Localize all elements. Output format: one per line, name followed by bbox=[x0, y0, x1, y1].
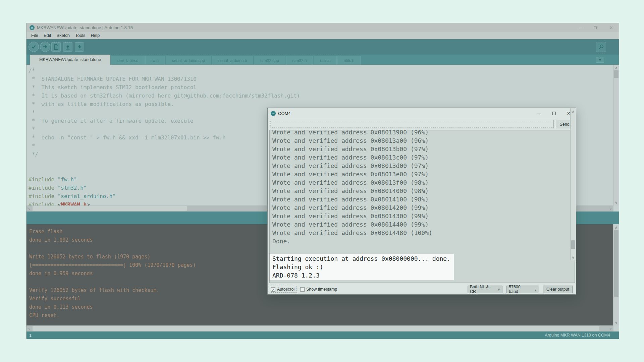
serial-line: Wrote and verified address 0x08014000 (9… bbox=[270, 187, 575, 195]
tab-stm32.cpp[interactable]: stm32.cpp bbox=[254, 56, 285, 65]
console-line: CPU reset. bbox=[29, 311, 613, 320]
serial-window-title: COM4 bbox=[278, 111, 291, 116]
serial-send-row: Send bbox=[268, 119, 576, 130]
serial-line bbox=[270, 245, 575, 254]
tab-utils.h[interactable]: utils.h bbox=[337, 56, 361, 65]
serial-scroll-down-icon[interactable]: ∨ bbox=[571, 255, 576, 260]
board-port-indicator: Arduino MKR WAN 1310 on COM4 bbox=[545, 333, 610, 338]
serial-line: Wrote and verified address 0x08014200 (9… bbox=[270, 203, 575, 212]
scroll-left-icon[interactable]: ‹ bbox=[26, 205, 32, 212]
arrow-right-icon bbox=[42, 44, 48, 50]
serial-line: Wrote and verified address 0x08013e00 (9… bbox=[270, 170, 575, 178]
serial-maximize-button[interactable] bbox=[546, 108, 561, 119]
toolbar bbox=[26, 39, 619, 55]
arrow-up-icon bbox=[65, 44, 71, 50]
console-scroll-left-icon[interactable]: ‹ bbox=[26, 325, 32, 331]
menu-tools[interactable]: Tools bbox=[72, 33, 88, 38]
tab-dev_table.c[interactable]: dev_table.c bbox=[111, 56, 144, 65]
console-hscroll-thumb[interactable] bbox=[33, 326, 599, 331]
line-ending-value: Both NL & CR bbox=[470, 285, 494, 294]
status-bar: 1 Arduino MKR WAN 1310 on COM4 bbox=[26, 331, 619, 339]
document-icon bbox=[54, 44, 59, 50]
console-line: Verify successful bbox=[29, 295, 613, 303]
autoscroll-toggle[interactable]: ✓ Autoscroll bbox=[271, 287, 296, 292]
console-scroll-right-icon[interactable]: › bbox=[608, 325, 613, 331]
verify-button[interactable] bbox=[29, 42, 39, 52]
serial-line: Wrote and verified address 0x08014100 (9… bbox=[270, 195, 575, 203]
editor-vertical-scrollbar[interactable]: ∧ ∨ bbox=[613, 65, 619, 205]
baud-rate-value: 57600 baud bbox=[509, 285, 531, 294]
minimize-button[interactable]: — bbox=[573, 23, 588, 32]
serial-line: Wrote and verified address 0x08013f00 (9… bbox=[270, 178, 575, 187]
console-vertical-scrollbar[interactable]: ∧ ∨ bbox=[613, 224, 619, 325]
baud-rate-select[interactable]: 57600 baud ∨ bbox=[506, 286, 539, 293]
restore-icon bbox=[594, 25, 598, 29]
serial-line: Wrote and verified address 0x08013c00 (9… bbox=[270, 153, 575, 162]
upload-button[interactable] bbox=[40, 42, 50, 52]
menu-edit[interactable]: Edit bbox=[41, 33, 54, 38]
line-ending-select[interactable]: Both NL & CR ∨ bbox=[468, 286, 502, 293]
scroll-down-icon[interactable]: ∨ bbox=[613, 200, 619, 205]
serial-line: Wrote and verified address 0x08014480 (1… bbox=[270, 229, 575, 237]
serial-title-bar: ∞ COM4 — ✕ bbox=[268, 108, 576, 119]
save-button[interactable] bbox=[75, 42, 84, 52]
code-line: * This sketch implements STM32 bootloade… bbox=[29, 83, 613, 92]
serial-output[interactable]: Wrote and verified address 0x08013900 (9… bbox=[269, 130, 575, 283]
menu-file[interactable]: File bbox=[29, 33, 41, 38]
serial-line: Wrote and verified address 0x08013d00 (9… bbox=[270, 162, 575, 170]
magnifier-icon bbox=[598, 44, 604, 50]
open-button[interactable] bbox=[63, 42, 72, 52]
serial-line: Done. bbox=[270, 237, 575, 245]
tab-stm32.h[interactable]: stm32.h bbox=[286, 56, 313, 65]
tab-utils.c[interactable]: utils.c bbox=[314, 56, 337, 65]
timestamp-label: Show timestamp bbox=[306, 287, 337, 292]
console-horizontal-scrollbar[interactable]: ‹ › bbox=[26, 325, 613, 331]
serial-monitor-button[interactable] bbox=[596, 42, 606, 52]
menu-help[interactable]: Help bbox=[88, 33, 102, 38]
serial-line: Wrote and verified address 0x08014300 (9… bbox=[270, 212, 575, 220]
menu-sketch[interactable]: Sketch bbox=[54, 33, 72, 38]
timestamp-toggle[interactable]: Show timestamp bbox=[300, 287, 337, 292]
title-bar: ∞ MKRWANFWUpdate_standalone | Arduino 1.… bbox=[26, 23, 619, 32]
timestamp-checkbox[interactable] bbox=[300, 287, 305, 292]
check-icon bbox=[31, 44, 37, 50]
arduino-logo-icon: ∞ bbox=[271, 111, 276, 116]
autoscroll-label: Autoscroll bbox=[277, 287, 296, 292]
chevron-down-icon: ∨ bbox=[531, 288, 537, 291]
tab-list-button[interactable]: ▼ bbox=[596, 57, 604, 63]
scroll-up-icon[interactable]: ∧ bbox=[613, 65, 619, 70]
serial-line: Wrote and verified address 0x08013b00 (9… bbox=[270, 145, 575, 153]
serial-line: Wrote and verified address 0x08014400 (9… bbox=[270, 220, 575, 229]
console-scroll-down-icon[interactable]: ∨ bbox=[613, 320, 619, 325]
serial-scrollbar[interactable]: ∧ ∨ bbox=[570, 108, 576, 260]
scroll-right-icon[interactable]: › bbox=[608, 205, 613, 212]
editor-hscroll-thumb[interactable] bbox=[33, 206, 187, 211]
close-button[interactable]: ✕ bbox=[603, 23, 619, 32]
editor-scroll-thumb[interactable] bbox=[614, 70, 619, 78]
current-line-indicator: 1 bbox=[29, 333, 32, 338]
restore-button[interactable] bbox=[588, 23, 603, 32]
serial-minimize-button[interactable]: — bbox=[532, 108, 546, 119]
serial-monitor-window: ∞ COM4 — ✕ Send Wrote and verified addre… bbox=[267, 108, 576, 295]
serial-scroll-up-icon[interactable]: ∧ bbox=[571, 109, 576, 114]
serial-input[interactable] bbox=[270, 120, 554, 128]
console-scroll-up-icon[interactable]: ∧ bbox=[613, 225, 619, 230]
tab-fw.h[interactable]: fw.h bbox=[145, 56, 165, 65]
window-title: MKRWANFWUpdate_standalone | Arduino 1.8.… bbox=[37, 25, 133, 30]
tab-serial_arduino.h[interactable]: serial_arduino.h bbox=[212, 56, 253, 65]
serial-scroll-thumb[interactable] bbox=[571, 240, 575, 249]
tab-serial_arduino.cpp[interactable]: serial_arduino.cpp bbox=[166, 56, 211, 65]
serial-selection: Starting execution at address 0x08000000… bbox=[270, 254, 454, 280]
autoscroll-checkbox[interactable]: ✓ bbox=[271, 287, 275, 292]
maximize-icon bbox=[552, 112, 556, 115]
tab-MKRWANFWUpdate_standalone[interactable]: MKRWANFWUpdate_standalone bbox=[30, 55, 110, 65]
serial-line: Wrote and verified address 0x08013a00 (9… bbox=[270, 136, 575, 145]
console-line: done in 0.113 seconds bbox=[29, 303, 613, 311]
new-sketch-button[interactable] bbox=[51, 42, 61, 52]
code-line: * with as little modifications as possib… bbox=[29, 100, 613, 108]
code-line: * STANDALONE FIRMWARE UPDATE FOR MKR WAN… bbox=[29, 75, 613, 83]
chevron-down-icon: ∨ bbox=[494, 288, 500, 291]
arrow-down-icon bbox=[77, 44, 83, 50]
clear-output-button[interactable]: Clear output bbox=[543, 286, 573, 293]
console-scroll-thumb[interactable] bbox=[614, 230, 619, 297]
